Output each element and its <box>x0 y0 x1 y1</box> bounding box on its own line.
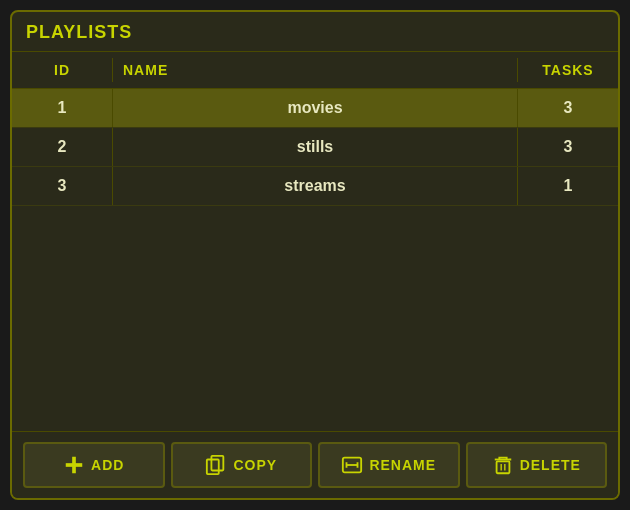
svg-rect-8 <box>496 461 509 473</box>
cell-name: movies <box>112 89 518 127</box>
cell-name: stills <box>112 128 518 166</box>
table-container: ID NAME TASKS 1 movies 3 2 stills 3 3 st… <box>12 52 618 431</box>
delete-button[interactable]: DELETE <box>466 442 608 488</box>
table-row[interactable]: 1 movies 3 <box>12 89 618 128</box>
toolbar: ADD COPY RENAME <box>12 431 618 498</box>
playlists-panel: PLAYLISTS ID NAME TASKS 1 movies 3 2 sti… <box>10 10 620 500</box>
col-tasks-header: TASKS <box>518 58 618 82</box>
rename-icon <box>341 454 363 476</box>
cell-tasks: 1 <box>518 167 618 205</box>
plus-icon <box>63 454 85 476</box>
col-id-header: ID <box>12 58 112 82</box>
cell-name: streams <box>112 167 518 205</box>
table-body: 1 movies 3 2 stills 3 3 streams 1 <box>12 89 618 431</box>
table-row[interactable]: 3 streams 1 <box>12 167 618 206</box>
panel-title: PLAYLISTS <box>12 12 618 52</box>
copy-label: COPY <box>233 457 277 473</box>
cell-tasks: 3 <box>518 89 618 127</box>
rename-button[interactable]: RENAME <box>318 442 460 488</box>
add-label: ADD <box>91 457 124 473</box>
copy-button[interactable]: COPY <box>171 442 313 488</box>
cell-id: 3 <box>12 167 112 205</box>
cell-id: 2 <box>12 128 112 166</box>
cell-id: 1 <box>12 89 112 127</box>
rename-label: RENAME <box>369 457 436 473</box>
col-name-header: NAME <box>112 58 518 82</box>
add-button[interactable]: ADD <box>23 442 165 488</box>
svg-rect-3 <box>212 456 224 471</box>
svg-rect-2 <box>207 460 219 475</box>
cell-tasks: 3 <box>518 128 618 166</box>
table-row[interactable]: 2 stills 3 <box>12 128 618 167</box>
delete-label: DELETE <box>520 457 581 473</box>
copy-icon <box>205 454 227 476</box>
trash-icon <box>492 454 514 476</box>
table-header: ID NAME TASKS <box>12 52 618 89</box>
svg-rect-1 <box>66 463 83 467</box>
